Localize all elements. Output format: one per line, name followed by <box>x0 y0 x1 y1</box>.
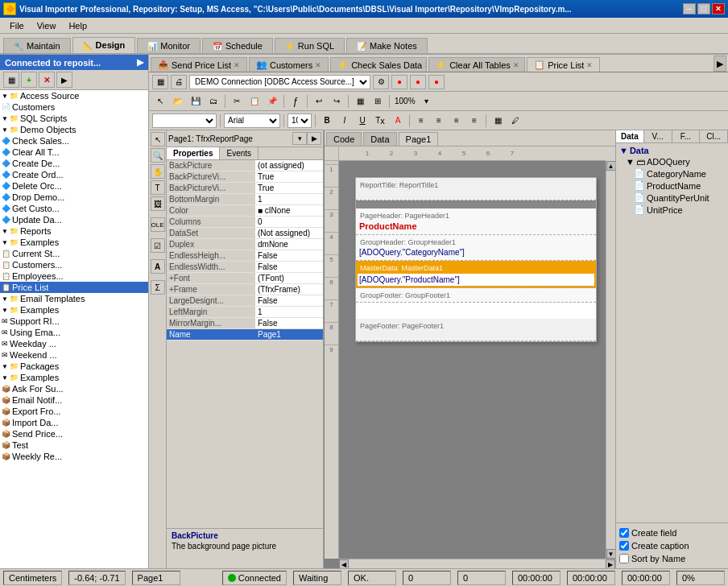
tb-folder-button[interactable]: 📂 <box>170 94 186 109</box>
doc-tab-clear-all-tables[interactable]: ⚡ Clear All Tables ✕ <box>428 57 525 72</box>
tree-item-test[interactable]: 📦 Test <box>0 440 148 451</box>
conn-grid-button[interactable]: ▦ <box>152 75 168 89</box>
sigma-tool[interactable]: Σ <box>151 280 165 295</box>
menu-view[interactable]: View <box>31 19 63 32</box>
tb-copy-button[interactable]: 📋 <box>246 94 263 109</box>
props-tab-properties[interactable]: Properties <box>167 147 220 159</box>
font-dropdown[interactable]: Arial <box>224 113 280 128</box>
sidebar-btn-add[interactable]: + <box>21 72 37 88</box>
vertical-scrollbar[interactable]: ▲ ▼ <box>606 161 615 559</box>
prop-value[interactable]: Page1 <box>255 329 323 340</box>
align-center-button[interactable]: ≡ <box>431 113 447 128</box>
right-tab-v[interactable]: V... <box>644 130 672 142</box>
conn-print-button[interactable]: 🖨 <box>171 75 187 89</box>
tb-pointer-button[interactable]: ↖ <box>152 94 168 109</box>
tree-item-customers[interactable]: 📄 Customers <box>0 101 148 113</box>
panel-dropdown-arrow[interactable]: ▾ <box>292 132 307 145</box>
tree-item-check-sales[interactable]: 🔷 Check Sales... <box>0 135 148 146</box>
sidebar-btn-arrow[interactable]: ▶ <box>56 72 72 88</box>
tree-item-create-ord[interactable]: 🔷 Create Ord... <box>0 169 148 180</box>
zoom-tool[interactable]: 🔍 <box>151 148 165 163</box>
report-canvas-area[interactable]: ReportTitle: ReportTitle1 PageHeader: Pa… <box>339 161 606 559</box>
style-dropdown[interactable] <box>152 113 217 128</box>
checkbox-create-caption[interactable]: Create caption <box>619 539 725 552</box>
tb-save2-button[interactable]: 🗂 <box>205 94 221 109</box>
right-tab-cl[interactable]: Cl... <box>700 130 728 142</box>
tb-cut-button[interactable]: ✂ <box>229 94 245 109</box>
right-tab-f[interactable]: F... <box>672 130 701 142</box>
close-icon[interactable]: ✕ <box>424 61 427 69</box>
border-button[interactable]: ▦ <box>490 113 506 128</box>
conn-btn2[interactable]: ● <box>410 75 426 89</box>
text2-tool[interactable]: A <box>151 259 165 274</box>
right-tab-data[interactable]: Data <box>616 130 644 142</box>
prop-value[interactable]: (Not assigned) <box>255 228 323 239</box>
panel-expand-button[interactable]: ▶ <box>307 132 321 145</box>
scrollbar-left-arrow[interactable]: ◀ <box>339 559 349 568</box>
tab-schedule[interactable]: 📅 Schedule <box>202 38 273 53</box>
tb-save-button[interactable]: 💾 <box>188 94 204 109</box>
tb-formula-button[interactable]: ƒ <box>287 94 304 109</box>
tree-item-create-de[interactable]: 🔷 Create De... <box>0 158 148 169</box>
create-caption-checkbox[interactable] <box>619 541 629 551</box>
fontsize-dropdown[interactable]: 10 <box>287 113 312 128</box>
color-button[interactable]: A <box>390 113 406 128</box>
prop-value[interactable]: 1 <box>255 194 323 205</box>
tree-item-send-price[interactable]: 📦 Send Price... <box>0 428 148 440</box>
scrollbar-up-arrow[interactable]: ▲ <box>606 161 616 171</box>
dt-productname[interactable]: 📄 ProductName <box>618 180 726 192</box>
pointer-tool[interactable]: ↖ <box>151 132 165 146</box>
text-tool[interactable]: T <box>151 180 165 195</box>
tree-item-drop-demo[interactable]: 🔷 Drop Demo... <box>0 192 148 203</box>
prop-value[interactable]: 0 <box>255 217 323 228</box>
tb-redo-button[interactable]: ↪ <box>329 94 345 109</box>
sort-by-name-checkbox[interactable] <box>619 554 629 563</box>
scrollbar-down-arrow[interactable]: ▼ <box>606 549 616 559</box>
picture-tool[interactable]: 🖼 <box>151 196 165 211</box>
horizontal-scrollbar[interactable]: ◀ ▶ <box>339 559 615 568</box>
tree-item-access-source[interactable]: ▼ 📁 Access Source <box>0 90 148 101</box>
doc-tab-scroll-arrow[interactable]: ▶ <box>714 56 726 72</box>
prop-value[interactable]: True <box>255 171 323 183</box>
doc-tab-customers[interactable]: 👥 Customers ✕ <box>249 57 329 72</box>
tree-item-demo-objects[interactable]: ▼ 📁 Demo Objects <box>0 124 148 135</box>
tb-paste-button[interactable]: 📌 <box>264 94 280 109</box>
tree-item-weekend[interactable]: ✉ Weekend ... <box>0 349 148 361</box>
doc-tab-price-list[interactable]: 📋 Price List ✕ <box>527 57 600 72</box>
connection-dropdown[interactable]: DEMO Connection [ODBC Access Source...] <box>189 75 370 89</box>
doc-tab-check-sales[interactable]: ⚡ Check Sales Data ✕ <box>330 57 427 72</box>
conn-btn3[interactable]: ● <box>428 75 445 89</box>
strikethrough-button[interactable]: Tx <box>372 113 388 128</box>
sidebar-collapse-icon[interactable]: ▶ <box>137 57 143 68</box>
tree-item-weekly-re[interactable]: 📦 Weekly Re... <box>0 451 148 462</box>
tab-maintain[interactable]: 🔧 Maintain <box>3 38 71 53</box>
tree-item-delete-ord[interactable]: 🔷 Delete Orc... <box>0 180 148 192</box>
tree-item-examples-pkg[interactable]: ▼ 📁 Examples <box>0 372 148 383</box>
tree-item-employees[interactable]: 📋 Employees... <box>0 270 148 282</box>
props-tab-events[interactable]: Events <box>220 147 259 159</box>
tree-item-reports[interactable]: ▼ 📁 Reports <box>0 225 148 237</box>
scrollbar-right-arrow[interactable]: ▶ <box>606 559 615 568</box>
sidebar-btn-delete[interactable]: ✕ <box>39 72 55 88</box>
checkbox-create-field[interactable]: Create field <box>619 526 725 539</box>
conn-settings-button[interactable]: ⚙ <box>373 75 389 89</box>
italic-button[interactable]: I <box>337 113 353 128</box>
tab-monitor[interactable]: 📊 Monitor <box>137 38 201 53</box>
prop-value[interactable]: False <box>255 262 323 273</box>
dt-adoquery[interactable]: ▼ 🗃 ADOQuery <box>618 156 726 167</box>
tab-runsql[interactable]: ⚡ Run SQL <box>275 38 345 53</box>
close-icon[interactable]: ✕ <box>586 61 593 69</box>
report-tab-data[interactable]: Data <box>363 132 396 146</box>
tree-item-get-customers[interactable]: 🔷 Get Custo... <box>0 203 148 214</box>
tree-item-support-ri[interactable]: ✉ Support RI... <box>0 316 148 327</box>
menu-file[interactable]: File <box>3 19 31 32</box>
doc-tab-send-price-list[interactable]: 📤 Send Price List ✕ <box>151 57 247 72</box>
tb-grid2-button[interactable]: ⊞ <box>370 94 386 109</box>
menu-help[interactable]: Help <box>62 19 93 32</box>
bold-button[interactable]: B <box>319 113 335 128</box>
tree-item-packages[interactable]: ▼ 📁 Packages <box>0 361 148 372</box>
tree-item-email-templates[interactable]: ▼ 📁 Email Templates <box>0 293 148 304</box>
tree-item-weekday[interactable]: ✉ Weekday ... <box>0 338 148 349</box>
align-left-button[interactable]: ≡ <box>413 113 429 128</box>
tree-item-ask-for-su[interactable]: 📦 Ask For Su... <box>0 383 148 394</box>
